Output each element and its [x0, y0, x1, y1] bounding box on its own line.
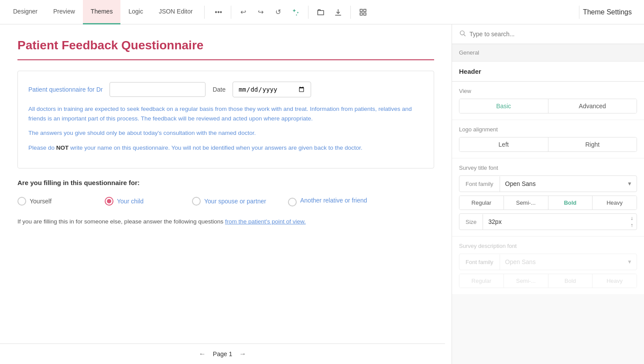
font-family-arrow-icon: ▼: [623, 181, 637, 187]
tab-logic[interactable]: Logic: [120, 0, 151, 24]
weight-bold-btn[interactable]: Bold: [548, 196, 593, 209]
nav-divider-4: [350, 6, 351, 19]
size-row: Size 32px ↓ ↑: [459, 213, 637, 230]
settings-group-view: View Basic Advanced Logo alignment Left …: [452, 82, 644, 295]
size-arrows: ↓ ↑: [627, 215, 637, 229]
svg-rect-2: [360, 13, 362, 15]
size-up-btn[interactable]: ↑: [630, 222, 633, 228]
view-basic-btn[interactable]: Basic: [459, 99, 548, 113]
form-paragraph-1: All doctors in training are expected to …: [28, 104, 423, 123]
radio-circle-yourself: [17, 197, 26, 206]
view-label: View: [459, 88, 637, 94]
view-setting-row: View Basic Advanced: [452, 82, 644, 120]
survey-title: Patient Feedback Questionnaire: [17, 38, 434, 52]
size-down-btn[interactable]: ↓: [630, 215, 633, 221]
next-page-btn[interactable]: →: [239, 350, 246, 358]
desc-font-family-row: Font family Open Sans ▼: [459, 254, 637, 270]
download-icon[interactable]: [331, 5, 345, 19]
option-another[interactable]: Another relative or friend: [288, 195, 384, 208]
logo-toggle-group: Left Right: [459, 137, 637, 152]
view-advanced-btn[interactable]: Advanced: [548, 99, 637, 113]
grid-icon[interactable]: [356, 5, 370, 19]
size-value: 32px: [483, 214, 627, 230]
tab-json-editor[interactable]: JSON Editor: [151, 0, 201, 24]
more-icon[interactable]: •••: [212, 5, 226, 19]
search-input[interactable]: [469, 31, 637, 38]
date-input[interactable]: [233, 82, 311, 97]
svg-rect-1: [363, 9, 366, 11]
radio-options: Yourself Your child Your spouse or partn…: [17, 195, 434, 208]
magic-icon[interactable]: [289, 5, 303, 19]
svg-point-4: [460, 31, 464, 35]
weight-regular-btn[interactable]: Regular: [459, 196, 504, 209]
weight-semi-btn[interactable]: Semi-...: [504, 196, 548, 209]
radio-circle-another: [288, 198, 297, 206]
nav-icons: ••• ↩ ↪ ↺: [212, 5, 370, 19]
prev-page-btn[interactable]: ←: [199, 350, 206, 358]
undo-icon[interactable]: ↩: [236, 5, 250, 19]
survey-description-font-label: Survey description font: [459, 243, 637, 249]
page-nav: ← Page 1 →: [0, 343, 445, 364]
search-bar: [452, 24, 644, 44]
option-label-spouse: Your spouse or partner: [204, 198, 266, 205]
theme-settings-title: Theme Settings: [583, 8, 639, 16]
tab-designer[interactable]: Designer: [5, 0, 45, 24]
desc-weight-semi-btn[interactable]: Semi-...: [504, 274, 548, 288]
form-label: Patient questionnaire for Dr: [28, 86, 103, 93]
desc-font-weight-group: Regular Semi-... Bold Heavy: [459, 274, 637, 288]
logo-right-btn[interactable]: Right: [548, 137, 637, 151]
survey-title-font-label: Survey title font: [459, 165, 637, 171]
nav-divider-3: [308, 6, 308, 19]
form-paragraph-3: Please do NOT write your name on this qu…: [28, 143, 423, 153]
top-nav: Designer Preview Themes Logic JSON Edito…: [0, 0, 644, 24]
survey-title-underline: [17, 59, 434, 60]
option-your-child[interactable]: Your child: [105, 195, 192, 207]
form-header-section: Patient questionnaire for Dr Date All do…: [17, 71, 434, 168]
right-panel: General Header View Basic Advanced Logo …: [452, 24, 644, 364]
logo-left-btn[interactable]: Left: [459, 137, 548, 151]
general-section-label: General: [452, 44, 644, 62]
search-icon: [459, 30, 466, 38]
doctor-name-input[interactable]: [110, 82, 206, 97]
form-header-row: Patient questionnaire for Dr Date: [28, 82, 423, 97]
redo-icon[interactable]: ↪: [254, 5, 268, 19]
desc-font-family-value: Open Sans: [500, 254, 623, 270]
date-label: Date: [212, 86, 226, 93]
desc-weight-regular-btn[interactable]: Regular: [459, 274, 504, 288]
page-label: Page 1: [213, 350, 232, 357]
logo-alignment-row: Logo alignment Left Right: [452, 120, 644, 158]
survey-description-font-row: Survey description font Font family Open…: [452, 237, 644, 295]
font-family-row: Font family Open Sans ▼: [459, 175, 637, 192]
option-label-yourself: Yourself: [30, 198, 51, 205]
desc-font-family-arrow-icon: ▼: [623, 259, 637, 265]
desc-weight-heavy-btn[interactable]: Heavy: [593, 274, 637, 288]
font-family-label: Font family: [459, 176, 500, 192]
font-weight-group: Regular Semi-... Bold Heavy: [459, 196, 637, 210]
svg-rect-3: [363, 13, 366, 15]
header-section-header: Header: [452, 62, 644, 82]
desc-weight-bold-btn[interactable]: Bold: [548, 274, 593, 288]
filling-link[interactable]: from the patient's point of view.: [225, 218, 306, 225]
tab-preview[interactable]: Preview: [45, 0, 83, 24]
reset-icon[interactable]: ↺: [271, 5, 285, 19]
option-yourself[interactable]: Yourself: [17, 195, 105, 207]
weight-heavy-btn[interactable]: Heavy: [593, 196, 637, 209]
logo-alignment-label: Logo alignment: [459, 126, 637, 133]
nav-divider-5: [579, 6, 579, 19]
nav-divider-2: [231, 6, 231, 19]
radio-circle-spouse: [192, 197, 201, 206]
view-toggle-group: Basic Advanced: [459, 99, 637, 113]
svg-line-5: [464, 34, 466, 36]
desc-font-family-label: Font family: [459, 254, 500, 270]
option-label-your-child: Your child: [117, 198, 144, 205]
nav-divider-1: [204, 6, 205, 19]
question-section: Are you filling in this questionnaire fo…: [17, 179, 434, 237]
tab-themes[interactable]: Themes: [83, 0, 121, 24]
survey-title-font-row: Survey title font Font family Open Sans …: [452, 158, 644, 237]
font-family-select[interactable]: Open Sans: [500, 176, 623, 192]
svg-rect-0: [360, 9, 362, 11]
option-spouse[interactable]: Your spouse or partner: [192, 195, 288, 207]
folder-icon[interactable]: [314, 5, 328, 19]
main-area: Patient Feedback Questionnaire Patient q…: [0, 24, 644, 364]
size-label: Size: [459, 214, 483, 230]
